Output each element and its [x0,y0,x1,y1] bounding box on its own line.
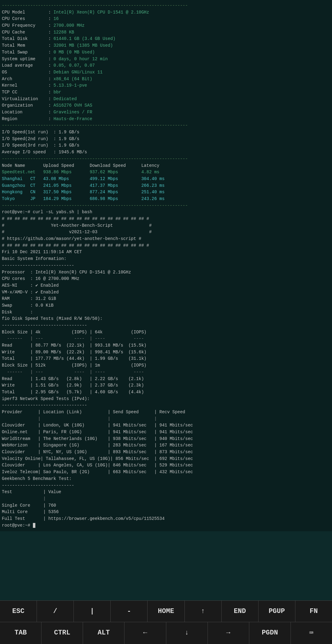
terminal-line: # https://github.com/masonr/yet-another-… [2,236,330,242]
terminal-line: Write | 1.51 GB/s (2.9k) | 2.37 GB/s (2.… [2,382,330,389]
terminal-line: Full Test | https://browser.geekbench.co… [2,516,330,522]
kb-key-end[interactable]: END [222,601,259,622]
keyboard-row-1: ESC/|-HOME↑ENDPGUPFN [0,600,332,622]
terminal-line: I/O Speed(1st run) : 1.9 GB/s [2,129,330,136]
terminal-line: Block Size | 4k (IOPS) | 64k (IOPS) [2,329,330,336]
terminal-line: Velocity Online| Tallahassee, FL, US (10… [2,456,330,462]
terminal-line: OS : Debian GNU/Linux 11 [2,69,330,76]
kb-key-alt[interactable]: ALT [83,622,124,644]
terminal-line: --------------------------------- [2,322,330,329]
kb-key-minus[interactable]: - [111,601,148,622]
terminal-line: Online.net | Paris, FR (10G) | 941 Mbits… [2,429,330,436]
kb-key-keyboard[interactable]: ⌨ [291,622,332,644]
terminal-line: ------ | --- ---- | ---- ---- [2,336,330,342]
terminal-line: Iveloz Telecom| Sao Paulo, BR (2G) | 663… [2,469,330,476]
terminal-line: # ## ## ## ## ## ## ## ## ## ## ## ## ##… [2,242,330,249]
terminal-line: Basic System Information: [2,256,330,262]
terminal-line: Write | 89.00 MB/s (22.2k) | 998.41 MB/s… [2,349,330,356]
kb-key-slash[interactable]: / [37,601,74,622]
kb-key-pgup[interactable]: PGUP [259,601,295,622]
terminal-line: I/O Speed(3rd run) : 1.9 GB/s [2,142,330,149]
terminal-line: Hongkong CN 317.50 Mbps 877.24 Mbps 251.… [2,189,330,196]
terminal-line: Fri 10 Dec 2021 11:59:14 AM CET [2,249,330,256]
terminal-line: Clouvider | London, UK (10G) | 941 Mbits… [2,422,330,429]
terminal-line: Location : Gravelines / FR [2,109,330,116]
kb-key-home[interactable]: HOME [148,601,184,622]
terminal-line: Guangzhou CT 241.05 Mbps 417.37 Mbps 266… [2,183,330,189]
terminal-line: Test | Value [2,489,330,496]
kb-key-up[interactable]: ↑ [185,601,222,622]
terminal-line: Clouvider | Los Angeles, CA, US (10G)| 8… [2,462,330,469]
terminal-line: CPU Frequency : 2700.000 MHz [2,22,330,29]
terminal-line: Geekbench 5 Benchmark Test: [2,476,330,482]
terminal-line: --------------------------------- [2,402,330,409]
terminal-line: CPU Cache : 12288 KB [2,29,330,36]
terminal-line: Total Swap : 0 MB (0 MB Used) [2,49,330,56]
kb-key-esc[interactable]: ESC [0,601,37,622]
terminal-line: Average I/O speed : 1945.6 MB/s [2,149,330,156]
terminal-line: ---------------------------- [2,262,330,269]
terminal-line: Arch : x86_64 (64 Bit) [2,76,330,83]
terminal-line: Total | 2.95 GB/s (5.7k) | 4.60 GB/s (4.… [2,389,330,396]
terminal-line: TCP CC : bbr [2,89,330,96]
terminal-line: Total | 177.77 MB/s (44.4k) | 1.99 GB/s … [2,355,330,362]
kb-key-right[interactable]: → [208,622,249,644]
terminal-line: Load average : 0.05, 0.07, 0.07 [2,62,330,69]
terminal-line: Total Disk : 61440.1 GB (3.4 GB Used) [2,36,330,42]
terminal-line: ----------------------------------------… [2,156,330,163]
terminal-line: Single Core | 760 [2,502,330,509]
terminal-line: I/O Speed(2nd run) : 1.9 GB/s [2,136,330,143]
terminal-line: Read | 1.43 GB/s (2.8k) | 2.22 GB/s (2.1… [2,376,330,383]
terminal-line: root@pve:~# curl -sL yabs.sh | bash [2,209,330,216]
terminal-line: Swap : 0.0 KiB [2,302,330,309]
terminal-line: Speedtest.net 938.86 Mbps 937.62 Mbps 4.… [2,169,330,176]
terminal-line: Region : Hauts-de-France [2,116,330,123]
terminal-line: Total Mem : 32001 MB (1385 MB Used) [2,42,330,49]
terminal-line: ---------------------------- [2,482,330,489]
kb-key-left[interactable]: ← [124,622,166,644]
terminal-line: fio Disk Speed Tests (Mixed R/W 50/50): [2,316,330,322]
kb-key-ctrl[interactable]: CTRL [42,622,83,644]
kb-key-tab[interactable]: TAB [0,622,42,644]
terminal-line: ----------------------------------------… [2,202,330,209]
terminal-line: Block Size | 512k (IOPS) | 1m (IOPS) [2,362,330,369]
kb-key-pipe[interactable]: | [74,601,111,622]
kb-key-down[interactable]: ↓ [166,622,208,644]
terminal-line: Node Name Upload Speed Download Speed La… [2,163,330,169]
terminal-line: CPU cores : 16 @ 2700.000 MHz [2,276,330,282]
keyboard-row-2: TABCTRLALT←↓→PGDN⌨ [0,622,332,644]
terminal-line: Organization : AS16276 OVH SAS [2,102,330,109]
terminal-line: Clouvider | NYC, NY, US (10G) | 893 Mbit… [2,449,330,456]
terminal-line: Read | 88.77 MB/s (22.1k) | 993.18 MB/s … [2,342,330,349]
terminal-line: Disk : [2,309,330,316]
kb-key-pgdn[interactable]: PGDN [249,622,291,644]
terminal-line: System uptime : 0 days, 0 hour 12 min [2,56,330,63]
terminal-line: | [2,496,330,502]
terminal-line: Shanghai CT 43.08 Mbps 499.12 Mbps 304.4… [2,176,330,183]
keyboard-bar: ESC/|-HOME↑ENDPGUPFN TABCTRLALT←↓→PGDN⌨ [0,600,332,644]
terminal-line: WorldStream | The Netherlands (10G) | 93… [2,436,330,442]
terminal-line: # ## ## ## ## ## ## ## ## ## ## ## ## ##… [2,216,330,222]
terminal-line: CPU Cores : 16 [2,16,330,22]
terminal-line: AES-NI : ✔ Enabled [2,282,330,289]
terminal-line: ------ | --- ---- | ---- ---- [2,369,330,376]
terminal-line: iperf3 Network Speed Tests (IPv4): [2,396,330,402]
terminal-line: root@pve:~# [2,522,330,529]
terminal-line: RAM : 31.2 GiB [2,296,330,302]
terminal-line: CPU Model : Intel(R) Xeon(R) CPU D-1541 … [2,9,330,16]
terminal-line: ----------------------------------------… [2,122,330,129]
terminal-line: VM-x/AMD-V : ✔ Enabled [2,289,330,296]
terminal-line: ----------------------------------------… [2,2,330,9]
terminal-line: Kernel : 5.13.19-1-pve [2,82,330,89]
terminal-line: | | | [2,416,330,422]
kb-key-fn[interactable]: FN [295,601,332,622]
terminal: ----------------------------------------… [0,0,332,531]
terminal-line: # v2021-12-03 # [2,229,330,236]
terminal-line: Processor : Intel(R) Xeon(R) CPU D-1541 … [2,269,330,276]
terminal-line: Tokyo JP 184.29 Mbps 686.98 Mbps 243.26 … [2,196,330,202]
terminal-line: Multi Core | 5356 [2,509,330,516]
terminal-line: WebHorizon | Singapore (1G) | 283 Mbits/… [2,442,330,449]
terminal-line: # Yet-Another-Bench-Script # [2,222,330,229]
terminal-line: Provider | Location (Link) | Send Speed … [2,409,330,416]
terminal-line: Virtualization : Dedicated [2,96,330,103]
